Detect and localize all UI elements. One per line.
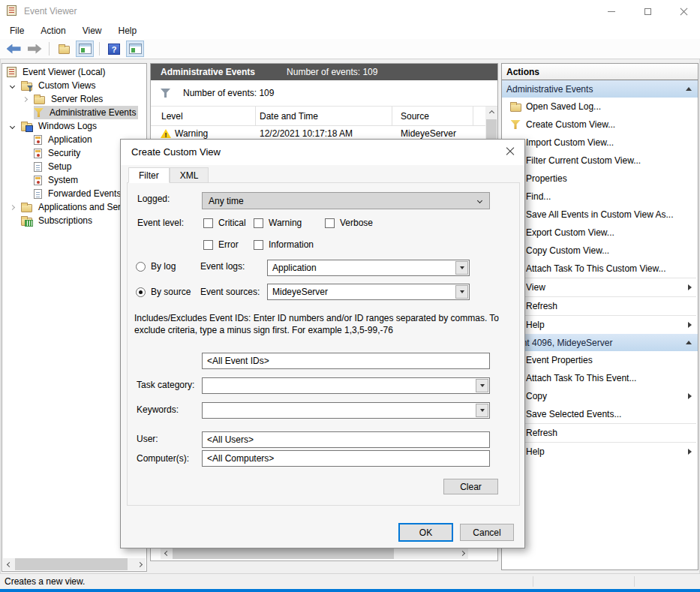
event-ids-input[interactable] bbox=[202, 353, 490, 369]
scroll-right-arrow[interactable] bbox=[134, 558, 146, 570]
menu-action[interactable]: Action bbox=[32, 24, 74, 38]
back-button[interactable] bbox=[5, 41, 23, 57]
tab-filter[interactable]: Filter bbox=[128, 167, 170, 183]
collapse-section-icon[interactable] bbox=[686, 87, 692, 91]
column-date-time[interactable]: Date and Time bbox=[256, 107, 392, 125]
action-create-custom-view[interactable]: Create Custom View... bbox=[502, 116, 698, 134]
action-attach-task-custom-view[interactable]: Attach Task To This Custom View... bbox=[502, 260, 698, 278]
tree-item-server-roles[interactable]: Server Roles bbox=[2, 92, 146, 106]
actions-section-event-4096[interactable]: Event 4096, MideyeServer bbox=[502, 334, 698, 351]
open-saved-log-button[interactable] bbox=[55, 41, 73, 57]
forward-button[interactable] bbox=[26, 41, 44, 57]
action-help[interactable]: Help bbox=[502, 316, 698, 334]
close-button[interactable] bbox=[671, 0, 696, 23]
action-view[interactable]: View bbox=[502, 278, 698, 296]
action-label: View bbox=[526, 282, 688, 293]
cancel-button[interactable]: Cancel bbox=[460, 524, 514, 541]
action-import-custom-view[interactable]: Import Custom View... bbox=[502, 134, 698, 152]
action-find[interactable]: Find... bbox=[502, 188, 698, 206]
action-filter-current-custom-view[interactable]: Filter Current Custom View... bbox=[502, 152, 698, 170]
action-export-custom-view[interactable]: Export Custom View... bbox=[502, 224, 698, 242]
scrollbar-thumb[interactable] bbox=[173, 547, 394, 559]
scroll-left-arrow[interactable] bbox=[3, 558, 15, 570]
tree-item-custom-views[interactable]: Custom Views bbox=[2, 79, 146, 92]
expand-arrow-icon[interactable] bbox=[8, 125, 21, 128]
tree-item-label: Application bbox=[45, 134, 95, 146]
event-sources-combobox[interactable]: MideyeServer bbox=[267, 284, 470, 300]
checkbox-error[interactable] bbox=[203, 240, 213, 250]
action-save-selected-events[interactable]: Save Selected Events... bbox=[502, 405, 698, 423]
show-console-tree-button[interactable] bbox=[76, 41, 94, 57]
scroll-up-arrow[interactable] bbox=[485, 107, 497, 119]
tree-item-administrative-events[interactable]: Administrative Events bbox=[2, 106, 146, 119]
checkbox-warning[interactable] bbox=[254, 218, 263, 228]
radio-by-source[interactable] bbox=[136, 287, 146, 297]
tree-item-event-viewer-local[interactable]: Event Viewer (Local) bbox=[2, 65, 146, 79]
show-action-pane-button[interactable] bbox=[126, 41, 144, 57]
scroll-right-arrow[interactable] bbox=[456, 547, 468, 559]
collapse-arrow-icon[interactable] bbox=[21, 98, 34, 101]
action-attach-task-event[interactable]: Attach Task To This Event... bbox=[502, 369, 698, 387]
action-copy[interactable]: Copy bbox=[502, 387, 698, 405]
action-copy-custom-view[interactable]: Copy Custom View... bbox=[502, 242, 698, 260]
action-refresh[interactable]: Refresh bbox=[502, 297, 698, 315]
events-panel-title: Administrative Events bbox=[161, 67, 255, 77]
log-icon bbox=[34, 189, 42, 199]
warning-label: Warning bbox=[269, 218, 302, 228]
dropdown-arrow-icon bbox=[480, 409, 485, 412]
action-open-saved-log[interactable]: Open Saved Log... bbox=[502, 98, 698, 116]
events-horizontal-scrollbar[interactable] bbox=[161, 547, 468, 559]
menu-help[interactable]: Help bbox=[110, 24, 146, 38]
event-log-icon bbox=[34, 135, 42, 145]
event-sources-label: Event sources: bbox=[200, 287, 260, 297]
menu-file[interactable]: File bbox=[2, 24, 32, 38]
checkbox-verbose[interactable] bbox=[325, 218, 335, 228]
minimize-button[interactable] bbox=[599, 0, 624, 23]
action-properties[interactable]: Properties bbox=[502, 170, 698, 188]
window-title: Event Viewer bbox=[24, 6, 77, 17]
keywords-combobox[interactable] bbox=[202, 402, 490, 419]
user-label: User: bbox=[137, 434, 158, 444]
action-refresh-event[interactable]: Refresh bbox=[502, 424, 698, 442]
checkbox-information[interactable] bbox=[254, 240, 263, 250]
dropdown-button[interactable] bbox=[476, 404, 488, 417]
tree-item-label: System bbox=[45, 174, 80, 186]
computers-input[interactable] bbox=[202, 450, 490, 467]
actions-section-administrative-events[interactable]: Administrative Events bbox=[502, 80, 698, 98]
column-level[interactable]: Level bbox=[151, 107, 256, 125]
event-logs-label: Event logs: bbox=[200, 261, 245, 272]
tree-horizontal-scrollbar[interactable] bbox=[3, 558, 146, 570]
menu-view[interactable]: View bbox=[74, 24, 110, 38]
clear-button[interactable]: Clear bbox=[443, 479, 498, 494]
dropdown-button[interactable] bbox=[455, 261, 468, 275]
dropdown-button[interactable] bbox=[455, 285, 468, 299]
help-icon bbox=[108, 44, 120, 55]
action-help-event[interactable]: Help bbox=[502, 443, 698, 461]
ok-button[interactable]: OK bbox=[398, 523, 453, 542]
collapse-section-icon[interactable] bbox=[686, 341, 692, 344]
column-source[interactable]: Source bbox=[392, 107, 473, 125]
scroll-left-arrow[interactable] bbox=[161, 547, 173, 559]
collapse-arrow-icon[interactable] bbox=[8, 206, 21, 209]
scrollbar-thumb[interactable] bbox=[15, 558, 128, 570]
task-category-combobox[interactable] bbox=[202, 377, 490, 394]
expand-arrow-icon[interactable] bbox=[8, 84, 21, 88]
subscriptions-folder-icon bbox=[21, 218, 32, 226]
action-event-properties[interactable]: Event Properties bbox=[502, 351, 698, 369]
action-label: Refresh bbox=[526, 301, 692, 311]
logged-combobox[interactable]: Any time bbox=[202, 192, 490, 209]
dialog-close-icon[interactable] bbox=[505, 146, 515, 157]
tree-item-windows-logs[interactable]: Windows Logs bbox=[2, 119, 146, 133]
by-source-label: By source bbox=[151, 287, 191, 297]
help-button[interactable] bbox=[105, 41, 123, 57]
maximize-button[interactable] bbox=[635, 0, 660, 23]
event-logs-combobox[interactable]: Application bbox=[267, 260, 470, 276]
user-input[interactable] bbox=[202, 431, 490, 448]
action-save-all-events[interactable]: Save All Events in Custom View As... bbox=[502, 206, 698, 224]
tree-item-label: Applications and Serv bbox=[35, 201, 128, 213]
action-label: Filter Current Custom View... bbox=[526, 155, 692, 166]
radio-by-log[interactable] bbox=[136, 262, 146, 272]
tab-xml[interactable]: XML bbox=[170, 167, 209, 183]
dropdown-button[interactable] bbox=[476, 379, 488, 392]
checkbox-critical[interactable] bbox=[203, 218, 213, 228]
